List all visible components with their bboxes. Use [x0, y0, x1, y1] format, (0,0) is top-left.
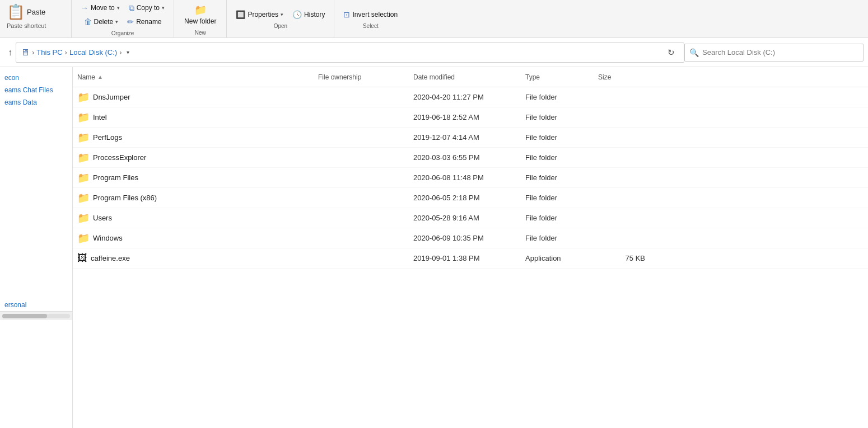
rename-button[interactable]: ✏ Rename — [124, 16, 165, 28]
history-icon: 🕓 — [292, 10, 302, 19]
file-row[interactable]: 📁 ProcessExplorer 2020-03-03 6:55 PM Fil… — [73, 148, 868, 168]
breadcrumb-this-pc[interactable]: This PC — [36, 48, 62, 57]
folder-icon: 📁 — [77, 232, 90, 244]
new-folder-icon: 📁 — [194, 4, 207, 16]
file-name-cell: 📁 Program Files (x86) — [73, 192, 314, 204]
file-date-cell: 2020-04-20 11:27 PM — [409, 93, 521, 101]
file-name-text: Program Files (x86) — [93, 194, 157, 202]
move-to-label: Move to — [91, 4, 115, 12]
nav-bar: ↑ 🖥 › This PC › Local Disk (C:) › ▾ ↻ 🔍 — [0, 38, 868, 67]
folder-icon: 📁 — [77, 152, 90, 164]
file-type-cell: Application — [521, 254, 594, 262]
col-header-ownership[interactable]: File ownership — [314, 73, 409, 81]
file-type-cell: File folder — [521, 194, 594, 202]
file-row[interactable]: 📁 Windows 2020-06-09 10:35 PM File folde… — [73, 228, 868, 248]
file-type-cell: File folder — [521, 214, 594, 222]
file-type-cell: File folder — [521, 113, 594, 121]
sidebar: econ eams Chat Files eams Data ersonal — [0, 67, 73, 428]
delete-icon: 🗑 — [84, 17, 92, 26]
file-name-cell: 📁 Users — [73, 212, 314, 224]
breadcrumb-dropdown-icon[interactable]: ▾ — [127, 49, 129, 55]
address-bar[interactable]: 🖥 › This PC › Local Disk (C:) › ▾ ↻ — [16, 43, 684, 63]
col-header-size[interactable]: Size — [594, 73, 650, 81]
search-input[interactable] — [702, 48, 858, 57]
history-button[interactable]: 🕓 History — [289, 8, 328, 21]
file-type-cell: File folder — [521, 153, 594, 162]
file-row[interactable]: 📁 DnsJumper 2020-04-20 11:27 PM File fol… — [73, 87, 868, 107]
file-name-cell: 📁 Program Files — [73, 172, 314, 184]
search-icon: 🔍 — [689, 48, 699, 57]
copy-to-label: Copy to — [137, 4, 160, 12]
copy-to-button[interactable]: ⧉ Copy to ▾ — [125, 2, 168, 15]
delete-button[interactable]: 🗑 Delete ▾ — [81, 16, 122, 28]
sidebar-item-econ[interactable]: econ — [0, 72, 72, 84]
file-name-text: Users — [93, 214, 112, 222]
exe-icon: 🖼 — [77, 252, 87, 264]
col-header-type[interactable]: Type — [521, 73, 594, 81]
col-header-name[interactable]: Name ▲ — [73, 73, 314, 81]
file-row[interactable]: 📁 Users 2020-05-28 9:16 AM File folder — [73, 208, 868, 228]
properties-button[interactable]: 🔲 Properties ▾ — [232, 8, 287, 21]
file-type-cell: File folder — [521, 234, 594, 242]
new-label: New — [195, 30, 206, 36]
new-folder-label: New folder — [184, 17, 216, 25]
file-list: Name ▲ File ownership Date modified Type… — [73, 67, 868, 428]
file-type-cell: File folder — [521, 173, 594, 182]
new-group: 📁 New folder New — [174, 0, 227, 37]
file-name-text: Windows — [93, 234, 123, 242]
sidebar-item-teams-chat[interactable]: eams Chat Files — [0, 84, 72, 96]
paste-button[interactable]: 📋 Paste — [4, 2, 66, 22]
file-list-header: Name ▲ File ownership Date modified Type… — [73, 67, 868, 87]
folder-icon: 📁 — [77, 172, 90, 184]
clipboard-group: 📋 Paste Paste shortcut — [4, 0, 72, 37]
folder-icon: 📁 — [77, 131, 90, 144]
file-name-cell: 📁 PerfLogs — [73, 131, 314, 144]
scroll-track — [2, 314, 70, 318]
bottom-scrollbar[interactable] — [0, 311, 72, 320]
copy-to-icon: ⧉ — [129, 3, 134, 13]
up-button[interactable]: ↑ — [4, 45, 16, 60]
breadcrumb-local-disk[interactable]: Local Disk (C:) — [69, 48, 117, 57]
file-row[interactable]: 📁 PerfLogs 2019-12-07 4:14 AM File folde… — [73, 128, 868, 148]
file-row[interactable]: 🖼 caffeine.exe 2019-09-01 1:38 PM Applic… — [73, 248, 868, 269]
folder-icon: 📁 — [77, 212, 90, 224]
invert-selection-label: Invert selection — [352, 11, 398, 18]
search-box: 🔍 — [684, 44, 864, 62]
toolbar: 📋 Paste Paste shortcut → Move to ▾ ⧉ Cop… — [0, 0, 868, 38]
file-date-cell: 2019-06-18 2:52 AM — [409, 113, 521, 121]
invert-selection-icon: ⊡ — [343, 10, 350, 19]
history-label: History — [304, 11, 325, 18]
file-row[interactable]: 📁 Program Files (x86) 2020-06-05 2:18 PM… — [73, 188, 868, 208]
move-to-dropdown-icon: ▾ — [117, 5, 120, 11]
col-header-date[interactable]: Date modified — [409, 73, 521, 81]
file-name-cell: 📁 DnsJumper — [73, 91, 314, 104]
open-group: 🔲 Properties ▾ 🕓 History Open — [227, 0, 334, 37]
file-row[interactable]: 📁 Intel 2019-06-18 2:52 AM File folder — [73, 107, 868, 128]
folder-icon: 📁 — [77, 111, 90, 124]
file-name-cell: 🖼 caffeine.exe — [73, 252, 314, 264]
file-name-text: Program Files — [93, 173, 138, 182]
refresh-button[interactable]: ↻ — [663, 45, 679, 60]
scroll-thumb[interactable] — [2, 314, 47, 318]
file-name-text: Intel — [93, 113, 107, 121]
sidebar-item-personal[interactable]: ersonal — [0, 299, 72, 311]
paste-icon: 📋 — [7, 3, 25, 21]
properties-dropdown-icon: ▾ — [281, 12, 283, 17]
paste-shortcut-label: Paste shortcut — [7, 22, 46, 29]
main-layout: econ eams Chat Files eams Data ersonal N… — [0, 67, 868, 428]
file-date-cell: 2019-09-01 1:38 PM — [409, 254, 521, 262]
invert-selection-button[interactable]: ⊡ Invert selection — [340, 8, 401, 21]
paste-shortcut-button[interactable]: Paste shortcut — [4, 22, 66, 30]
properties-icon: 🔲 — [236, 10, 245, 19]
new-folder-button[interactable]: 📁 New folder — [180, 2, 221, 27]
breadcrumb: 🖥 › This PC › Local Disk (C:) › ▾ — [21, 48, 663, 58]
sidebar-item-teams-data[interactable]: eams Data — [0, 96, 72, 109]
move-to-icon: → — [81, 3, 88, 12]
select-label: Select — [363, 23, 379, 29]
file-type-cell: File folder — [521, 93, 594, 101]
organize-label: Organize — [111, 30, 134, 36]
move-to-button[interactable]: → Move to ▾ — [77, 2, 123, 14]
file-row[interactable]: 📁 Program Files 2020-06-08 11:48 PM File… — [73, 168, 868, 188]
folder-icon: 📁 — [77, 192, 90, 204]
file-name-text: caffeine.exe — [91, 254, 130, 262]
